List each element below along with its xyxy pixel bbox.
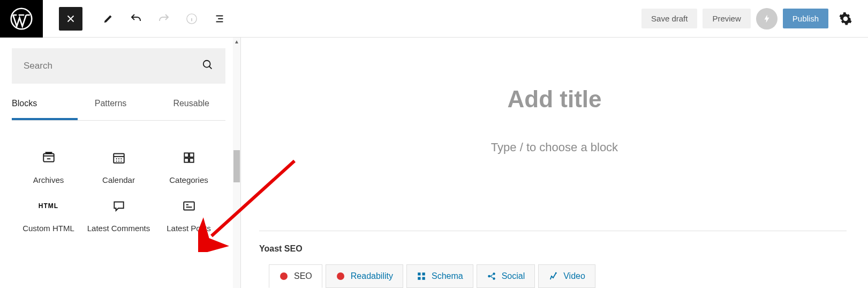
amp-button[interactable] <box>756 8 778 29</box>
redo-button[interactable] <box>152 7 176 31</box>
block-latest-comments[interactable]: Latest Comments <box>86 198 151 234</box>
svg-point-7 <box>120 158 122 159</box>
social-icon <box>487 271 496 281</box>
tab-patterns[interactable]: Patterns <box>78 89 144 120</box>
block-label: Categories <box>169 175 208 186</box>
svg-point-6 <box>118 158 119 159</box>
scroll-thumb[interactable] <box>233 150 240 182</box>
archives-icon <box>42 150 56 165</box>
svg-rect-14 <box>190 158 194 163</box>
svg-point-10 <box>120 160 122 161</box>
info-button[interactable] <box>180 7 203 31</box>
editor-canvas: Add title Type / to choose a block Yoast… <box>241 38 868 288</box>
yoast-seo-panel: Yoast SEO SEO Readability Schema <box>259 231 847 288</box>
svg-point-21 <box>493 272 495 275</box>
yoast-tab-label: Video <box>563 271 585 281</box>
block-categories[interactable]: Categories <box>156 150 221 186</box>
block-label: Custom HTML <box>22 223 74 234</box>
close-inserter-button[interactable] <box>59 7 82 31</box>
svg-rect-17 <box>422 272 425 275</box>
yoast-tab-seo[interactable]: SEO <box>269 264 322 288</box>
block-label: Latest Posts <box>167 223 211 234</box>
seo-score-icon <box>279 271 289 281</box>
html-icon: HTML <box>39 198 58 213</box>
edit-mode-button[interactable] <box>96 7 120 31</box>
undo-button[interactable] <box>124 7 148 31</box>
block-label: Latest Comments <box>87 223 150 234</box>
calendar-icon <box>112 150 126 165</box>
block-prompt[interactable]: Type / to choose a block <box>241 141 868 154</box>
toolbar-left <box>59 7 231 31</box>
block-inserter-sidebar: ▲ Blocks Patterns Reusable Archi <box>0 38 241 288</box>
block-latest-posts[interactable]: Latest Posts <box>156 198 221 234</box>
yoast-tab-label: SEO <box>294 271 312 281</box>
svg-rect-13 <box>184 158 188 163</box>
post-title-input[interactable]: Add title <box>241 86 868 113</box>
yoast-panel-title: Yoast SEO <box>259 231 847 264</box>
search-input[interactable] <box>24 61 176 71</box>
latest-posts-icon <box>182 198 196 213</box>
block-label: Archives <box>33 175 64 186</box>
svg-rect-3 <box>43 153 54 161</box>
svg-point-23 <box>555 272 557 274</box>
block-grid: Archives Calendar Categories HTML Cu <box>12 150 225 233</box>
block-label: Calendar <box>102 175 135 186</box>
yoast-tab-readability[interactable]: Readability <box>326 264 403 288</box>
main-area: ▲ Blocks Patterns Reusable Archi <box>0 38 868 288</box>
scroll-up-arrow[interactable]: ▲ <box>234 39 239 45</box>
svg-point-8 <box>116 160 117 161</box>
block-custom-html[interactable]: HTML Custom HTML <box>16 198 81 234</box>
block-archives[interactable]: Archives <box>16 150 81 186</box>
wordpress-logo[interactable] <box>0 0 43 38</box>
svg-rect-12 <box>190 153 194 157</box>
svg-point-2 <box>203 61 210 68</box>
yoast-tabs: SEO Readability Schema Social <box>269 264 847 288</box>
svg-point-5 <box>116 158 117 159</box>
svg-point-22 <box>493 277 495 280</box>
svg-rect-18 <box>418 277 420 280</box>
svg-point-20 <box>488 275 490 278</box>
video-icon <box>548 271 558 281</box>
yoast-tab-video[interactable]: Video <box>538 264 595 288</box>
preview-button[interactable]: Preview <box>703 9 750 28</box>
svg-point-9 <box>118 160 119 161</box>
comments-icon <box>112 198 126 213</box>
top-bar: Save draft Preview Publish <box>0 0 868 38</box>
schema-icon <box>417 271 426 281</box>
svg-rect-15 <box>184 202 194 210</box>
yoast-tab-schema[interactable]: Schema <box>406 264 473 288</box>
outline-button[interactable] <box>208 7 231 31</box>
inserter-tabs: Blocks Patterns Reusable <box>12 89 225 121</box>
readability-score-icon <box>336 271 345 281</box>
tab-blocks[interactable]: Blocks <box>12 89 78 120</box>
block-search[interactable] <box>12 48 225 84</box>
yoast-tab-label: Schema <box>432 271 463 281</box>
svg-rect-11 <box>184 153 188 157</box>
svg-rect-16 <box>418 272 420 275</box>
yoast-tab-label: Social <box>502 271 525 281</box>
yoast-tab-label: Readability <box>351 271 393 281</box>
search-icon <box>202 59 214 73</box>
block-calendar[interactable]: Calendar <box>86 150 151 186</box>
categories-icon <box>182 150 196 165</box>
save-draft-button[interactable]: Save draft <box>641 9 697 28</box>
toolbar-right: Save draft Preview Publish <box>641 7 868 31</box>
scrollbar[interactable]: ▲ <box>233 38 240 288</box>
settings-button[interactable] <box>834 7 857 31</box>
svg-rect-19 <box>422 277 425 280</box>
tab-reusable[interactable]: Reusable <box>144 89 225 120</box>
publish-button[interactable]: Publish <box>783 9 828 28</box>
yoast-tab-social[interactable]: Social <box>477 264 535 288</box>
